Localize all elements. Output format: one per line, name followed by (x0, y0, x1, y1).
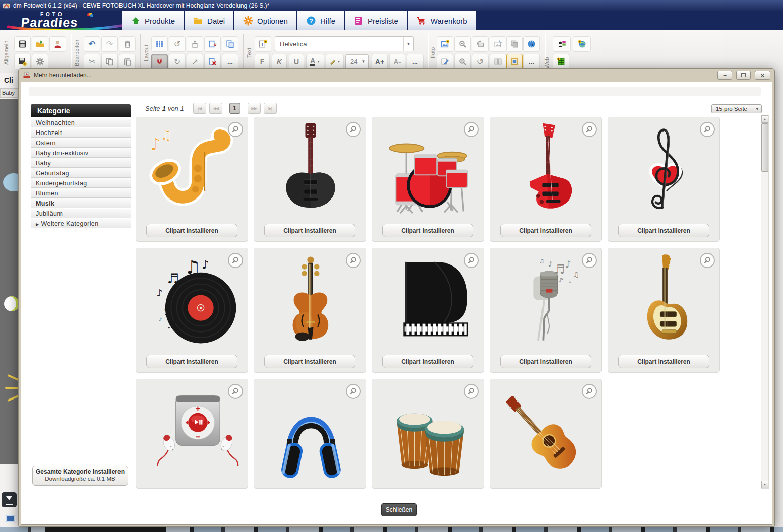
nav-datei-button[interactable]: Datei (185, 11, 234, 30)
zoom-out-photo-button[interactable] (454, 36, 471, 52)
zoom-in-photo-button[interactable] (454, 54, 471, 70)
nav-preisliste-button[interactable]: Preisliste (345, 11, 408, 30)
category-item-musik[interactable]: Musik (31, 198, 131, 208)
paste-button[interactable] (119, 54, 136, 70)
zoom-clipart-button[interactable] (464, 253, 479, 268)
profile-button[interactable] (49, 36, 66, 52)
nav-produkte-button[interactable]: Produkte (122, 11, 185, 30)
zoom-clipart-button[interactable] (228, 384, 243, 399)
bold-button[interactable]: F (255, 54, 270, 70)
scroll-down-button[interactable]: ▼ (761, 481, 768, 488)
save-button[interactable] (14, 36, 31, 52)
page-size-select[interactable]: 15 pro Seite ▼ (711, 104, 762, 113)
italic-button[interactable]: K (272, 54, 287, 70)
zoom-clipart-button[interactable] (700, 122, 715, 137)
internet-upload-button[interactable] (573, 36, 591, 52)
install-clipart-button[interactable]: Clipart installieren (146, 224, 237, 237)
scrollbar-thumb[interactable] (761, 123, 768, 172)
nav-hilfe-button[interactable]: ? Hilfe (297, 11, 345, 30)
install-clipart-button[interactable]: Clipart installieren (382, 224, 473, 237)
rotate-photo-button[interactable] (472, 36, 489, 52)
settings-gear-button[interactable] (32, 54, 48, 70)
zoom-clipart-button[interactable] (464, 384, 479, 399)
zoom-clipart-button[interactable] (582, 253, 597, 268)
maximize-button[interactable] (736, 71, 751, 80)
last-page-button[interactable]: ▶| (264, 103, 277, 114)
raise-element-button[interactable]: ↗ (187, 54, 203, 70)
close-button[interactable]: × (755, 71, 770, 80)
install-clipart-button[interactable]: Clipart installieren (618, 355, 709, 368)
font-bigger-button[interactable]: A+ (372, 54, 388, 70)
cut-button[interactable]: ✂ (84, 54, 100, 70)
page-forward-button[interactable]: » (204, 36, 221, 52)
taskbar-app-icon[interactable] (6, 515, 15, 522)
install-clipart-button[interactable]: Clipart installieren (264, 355, 355, 368)
text-more-button[interactable]: ... (407, 54, 424, 70)
zoom-clipart-button[interactable] (464, 122, 479, 137)
font-family-select[interactable]: Helvetica ▼ (275, 36, 414, 51)
magnet-snap-button[interactable] (151, 54, 168, 70)
category-item-jubilaeum[interactable]: Jubiläum (31, 208, 131, 218)
install-clipart-button[interactable]: Clipart installieren (382, 355, 473, 368)
delete-button[interactable] (119, 36, 136, 52)
zoom-clipart-button[interactable] (582, 122, 597, 137)
install-clipart-button[interactable]: Clipart installieren (146, 355, 237, 368)
category-item-weitere-kategorien[interactable]: ▶Weitere Kategorien (31, 218, 131, 228)
schliessen-button[interactable]: Schließen (381, 503, 417, 516)
category-item-baby-dm-exklusiv[interactable]: Baby dm-exklusiv (31, 148, 131, 158)
minimize-button[interactable]: – (717, 71, 732, 80)
zoom-clipart-button[interactable] (228, 122, 243, 137)
first-page-button[interactable]: |◀ (193, 103, 206, 114)
zoom-clipart-button[interactable] (582, 384, 597, 399)
add-photo-button[interactable] (437, 36, 453, 52)
nav-optionen-button[interactable]: Optionen (234, 11, 297, 30)
font-color-button[interactable]: A▼ (306, 54, 324, 70)
copy-button[interactable] (101, 54, 118, 70)
page-1-button[interactable]: 1 (229, 103, 240, 114)
install-category-button[interactable]: Gesamte Kategorie installieren Downloadg… (32, 466, 128, 486)
assistant-button[interactable] (553, 36, 571, 52)
duplicate-photo-button[interactable] (506, 36, 523, 52)
category-item-geburtstag[interactable]: Geburtstag (31, 168, 131, 178)
category-item-blumen[interactable]: Blumen (31, 188, 131, 198)
web-gallery-button[interactable] (553, 54, 569, 70)
add-text-button[interactable]: T (255, 36, 271, 52)
install-clipart-button[interactable]: Clipart installieren (264, 224, 355, 237)
rotate-right-button[interactable]: ↻ (169, 54, 186, 70)
install-clipart-button[interactable]: Clipart installieren (500, 224, 591, 237)
move-element-button[interactable] (187, 36, 203, 52)
photo-more-button[interactable]: ... (523, 54, 540, 70)
category-item-ostern[interactable]: Ostern (31, 138, 131, 148)
download-more-cliparts-button[interactable] (2, 492, 17, 507)
frame-photo-button[interactable] (506, 54, 523, 70)
redo-button[interactable]: ↷ (101, 36, 118, 52)
category-item-baby[interactable]: Baby (31, 158, 131, 168)
zoom-clipart-button[interactable] (228, 253, 243, 268)
next-page-button[interactable]: ▶▶ (248, 103, 261, 114)
underline-button[interactable]: U (289, 54, 304, 70)
grid-button[interactable] (151, 36, 168, 52)
open-project-button[interactable] (32, 36, 48, 52)
undo-button[interactable]: ↶ (84, 36, 100, 52)
rotate-left-button[interactable]: ↺ (169, 36, 186, 52)
category-item-weihnachten[interactable]: Weihnachten (31, 117, 131, 127)
rotate-photo-back-button[interactable]: ↺ (472, 54, 489, 70)
zoom-clipart-button[interactable] (700, 253, 715, 268)
install-clipart-button[interactable]: Clipart installieren (618, 224, 709, 237)
duplicate-page-button[interactable] (222, 36, 238, 52)
font-size-select[interactable]: 24 ▼ (345, 54, 369, 69)
layout-more-button[interactable]: ... (222, 54, 238, 70)
pen-color-button[interactable]: ▼ (326, 54, 344, 70)
split-view-button[interactable] (490, 54, 506, 70)
save-as-button[interactable] (14, 54, 31, 70)
scroll-up-button[interactable]: ▲ (761, 115, 768, 123)
edit-photo-button[interactable] (437, 54, 453, 70)
nav-warenkorb-button[interactable]: Warenkorb (408, 11, 477, 30)
photo-web-button[interactable] (523, 36, 540, 52)
zoom-clipart-button[interactable] (346, 384, 361, 399)
zoom-clipart-button[interactable] (346, 122, 361, 137)
font-smaller-button[interactable]: A- (389, 54, 405, 70)
zoom-clipart-button[interactable] (346, 253, 361, 268)
prev-page-button[interactable]: ◀◀ (209, 103, 222, 114)
baby-category-tab[interactable]: Baby (0, 88, 19, 98)
